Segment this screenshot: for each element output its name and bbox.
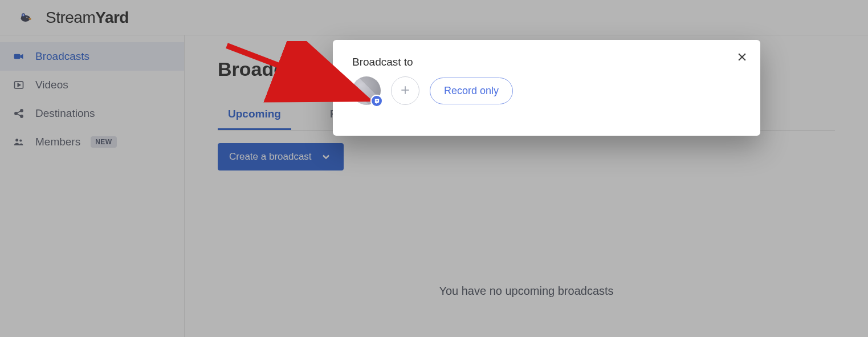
close-button[interactable]: [734, 50, 750, 66]
record-only-button[interactable]: Record only: [430, 78, 513, 104]
add-destination-button[interactable]: [391, 76, 419, 105]
broadcast-to-modal: Broadcast to Record only: [333, 40, 760, 136]
twitch-icon: [370, 95, 383, 107]
modal-destinations-row: Record only: [352, 76, 741, 105]
close-icon: [736, 51, 748, 65]
destination-twitch[interactable]: [352, 76, 381, 105]
modal-title: Broadcast to: [352, 56, 741, 68]
plus-icon: [400, 82, 411, 100]
